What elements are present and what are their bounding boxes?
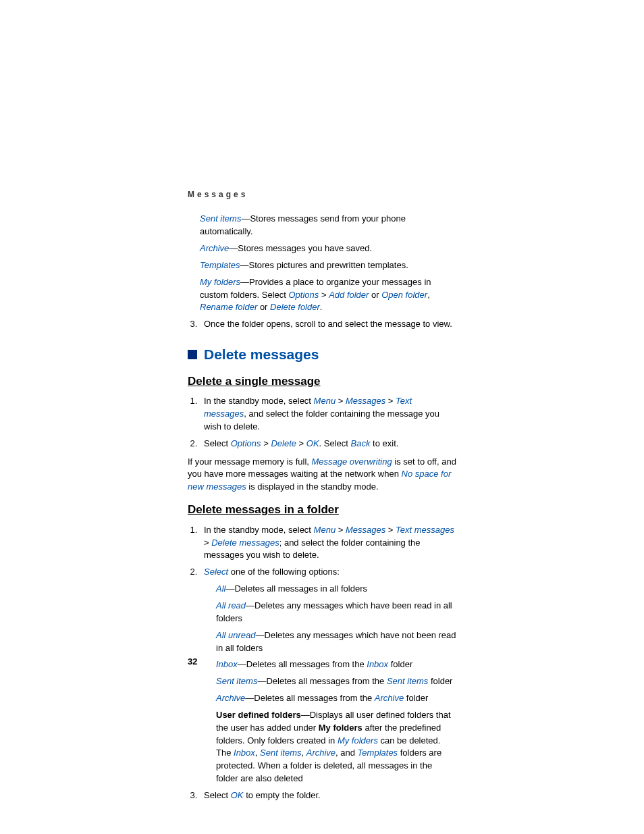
text: —Deletes all messages from the bbox=[257, 676, 386, 686]
text: > bbox=[336, 525, 346, 535]
link-all[interactable]: All bbox=[216, 583, 225, 594]
delete-folder-step2: Select one of the following options: All… bbox=[200, 566, 456, 785]
section-bullet-icon bbox=[188, 350, 197, 359]
udf-title: User defined folders bbox=[216, 710, 301, 720]
folder-archive: Archive—Stores messages you have saved. bbox=[200, 242, 456, 255]
link-templates[interactable]: Templates bbox=[358, 748, 398, 758]
link-delete-messages[interactable]: Delete messages bbox=[211, 538, 279, 548]
link-message-overwriting[interactable]: Message overwriting bbox=[312, 457, 392, 467]
text: > bbox=[296, 438, 306, 448]
text: > bbox=[385, 525, 396, 535]
text: —Deletes all messages from the bbox=[245, 693, 374, 703]
link-back[interactable]: Back bbox=[351, 438, 371, 448]
delete-folder-step1: In the standby mode, select Menu > Messa… bbox=[200, 524, 456, 563]
my-folders-bold: My folders bbox=[319, 723, 363, 733]
option-inbox: Inbox—Deletes all messages from the Inbo… bbox=[216, 658, 456, 671]
link-messages[interactable]: Messages bbox=[346, 396, 385, 406]
link-inbox[interactable]: Inbox bbox=[234, 748, 255, 758]
text: In the standby mode, select bbox=[204, 525, 314, 535]
link-options[interactable]: Options bbox=[289, 290, 319, 300]
link-delete[interactable]: Delete bbox=[271, 438, 296, 448]
text: or bbox=[369, 290, 381, 300]
option-all-unread: All unread—Deletes any messages which ha… bbox=[216, 629, 456, 655]
text: —Deletes all messages from the bbox=[238, 659, 367, 669]
step-3-view: Once the folder opens, scroll to and sel… bbox=[200, 318, 456, 331]
link-archive-ref[interactable]: Archive bbox=[375, 693, 404, 703]
text: folder bbox=[404, 693, 428, 703]
text: , bbox=[301, 748, 306, 758]
subsection-delete-single: Delete a single message bbox=[188, 373, 456, 390]
link-my-folders[interactable]: My folders bbox=[200, 277, 240, 287]
link-sent-items[interactable]: Sent items bbox=[216, 676, 257, 686]
link-rename-folder[interactable]: Rename folder bbox=[200, 302, 257, 312]
text: . bbox=[320, 302, 323, 312]
link-all-unread[interactable]: All unread bbox=[216, 630, 256, 640]
text: to empty the folder. bbox=[244, 790, 321, 800]
link-add-folder[interactable]: Add folder bbox=[329, 290, 369, 300]
text: Select bbox=[204, 438, 231, 448]
memory-full-note: If your message memory is full, Message … bbox=[188, 456, 456, 494]
link-delete-folder[interactable]: Delete folder bbox=[270, 302, 320, 312]
link-ok[interactable]: OK bbox=[231, 790, 244, 800]
text: In the standby mode, select bbox=[204, 396, 314, 406]
text: to exit. bbox=[370, 438, 398, 448]
link-archive[interactable]: Archive bbox=[306, 748, 336, 758]
link-select[interactable]: Select bbox=[204, 567, 228, 577]
option-archive: Archive—Deletes all messages from the Ar… bbox=[216, 692, 456, 705]
link-menu[interactable]: Menu bbox=[314, 396, 336, 406]
text: , bbox=[427, 290, 430, 300]
text: . Select bbox=[319, 438, 351, 448]
folder-templates: Templates—Stores pictures and prewritten… bbox=[200, 259, 456, 272]
delete-single-step1: In the standby mode, select Menu > Messa… bbox=[200, 395, 456, 434]
link-text-messages[interactable]: Text messages bbox=[396, 525, 454, 535]
link-sent-items[interactable]: Sent items bbox=[200, 213, 241, 224]
option-user-defined: User defined folders—Displays all user d… bbox=[216, 709, 456, 785]
text: folder bbox=[388, 659, 412, 669]
page-number: 32 bbox=[188, 656, 197, 669]
text: > bbox=[385, 396, 396, 406]
text: —Deletes any messages which have been re… bbox=[216, 600, 452, 623]
link-all-read[interactable]: All read bbox=[216, 600, 246, 610]
option-sent-items: Sent items—Deletes all messages from the… bbox=[216, 675, 456, 688]
link-options[interactable]: Options bbox=[231, 438, 261, 448]
link-ok[interactable]: OK bbox=[306, 438, 319, 448]
option-all-read: All read—Deletes any messages which have… bbox=[216, 600, 456, 625]
text: or bbox=[257, 302, 270, 312]
chapter-header: Messages bbox=[188, 189, 456, 201]
link-sent-items-ref[interactable]: Sent items bbox=[387, 676, 428, 686]
link-my-folders[interactable]: My folders bbox=[338, 735, 378, 746]
text: —Stores messages you have saved. bbox=[229, 243, 372, 253]
link-menu[interactable]: Menu bbox=[314, 525, 336, 535]
option-all: All—Deletes all messages in all folders bbox=[216, 583, 456, 596]
text: If your message memory is full, bbox=[188, 457, 312, 467]
text: > bbox=[261, 438, 271, 448]
text: folder bbox=[428, 676, 452, 686]
section-title: Delete messages bbox=[204, 344, 319, 365]
delete-folder-step3: Select OK to empty the folder. bbox=[200, 789, 456, 802]
link-sent-items[interactable]: Sent items bbox=[260, 748, 301, 758]
delete-single-step2: Select Options > Delete > OK. Select Bac… bbox=[200, 438, 456, 450]
link-inbox[interactable]: Inbox bbox=[216, 659, 238, 669]
link-templates[interactable]: Templates bbox=[200, 260, 240, 270]
text: > bbox=[319, 290, 329, 300]
text: > bbox=[204, 538, 211, 548]
section-delete-messages: Delete messages bbox=[188, 344, 456, 365]
link-messages[interactable]: Messages bbox=[346, 525, 385, 535]
text: > bbox=[336, 396, 346, 406]
text: one of the following options: bbox=[228, 567, 340, 577]
link-inbox-ref[interactable]: Inbox bbox=[367, 659, 388, 669]
link-open-folder[interactable]: Open folder bbox=[381, 290, 427, 300]
subsection-delete-folder: Delete messages in a folder bbox=[188, 502, 456, 519]
folder-my-folders: My folders—Provides a place to organize … bbox=[200, 276, 456, 315]
text: is displayed in the standby mode. bbox=[246, 481, 379, 492]
text: —Stores pictures and prewritten template… bbox=[240, 260, 408, 270]
text: Select bbox=[204, 790, 231, 800]
folder-sent-items: Sent items—Stores messages send from you… bbox=[200, 213, 456, 238]
link-archive[interactable]: Archive bbox=[216, 693, 245, 703]
text: , and bbox=[336, 748, 358, 758]
text: —Deletes all messages in all folders bbox=[225, 583, 367, 594]
text: , bbox=[255, 748, 260, 758]
link-archive[interactable]: Archive bbox=[200, 243, 229, 253]
